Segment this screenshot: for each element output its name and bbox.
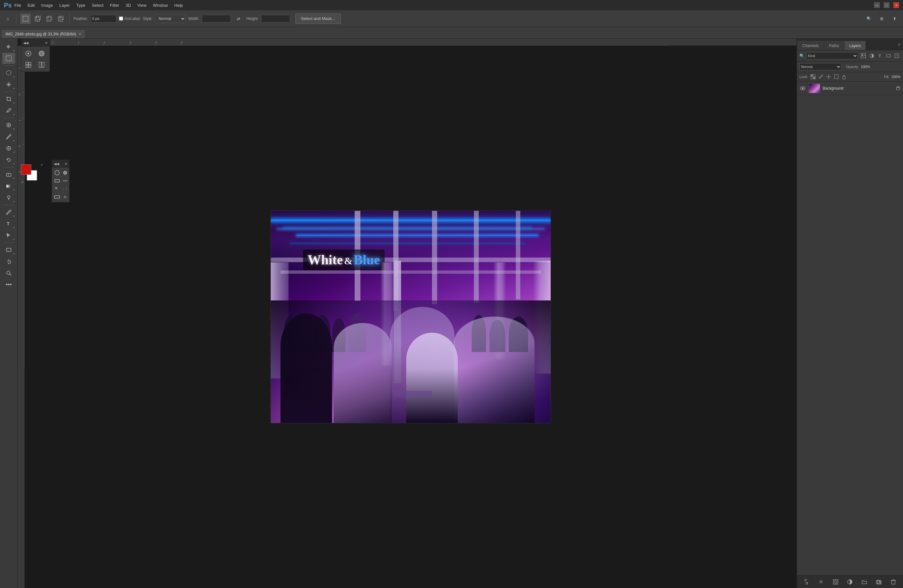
new-selection-button[interactable] (20, 14, 31, 24)
add-adjustment-button[interactable] (846, 578, 854, 586)
foreground-color-swatch[interactable] (21, 164, 31, 175)
menu-edit[interactable]: Edit (27, 3, 35, 8)
hand-tool[interactable] (2, 256, 15, 267)
grid-button[interactable] (22, 59, 34, 70)
select-mask-button[interactable]: Select and Mask... (295, 14, 341, 24)
default-colors-button[interactable]: ↺ (21, 181, 24, 184)
lock-image-icon[interactable] (818, 74, 824, 80)
swap-colors-button[interactable]: ↗ (40, 163, 43, 167)
home-button[interactable]: ⌂ (3, 14, 12, 23)
tab-paths[interactable]: Paths (824, 41, 844, 50)
tab-layers[interactable]: Layers (844, 41, 865, 50)
share-button[interactable]: ⬆ (889, 14, 900, 24)
feather-input[interactable] (91, 15, 116, 22)
add-selection-button[interactable] (33, 14, 42, 23)
filter-shape-icon[interactable] (885, 52, 892, 59)
style-select[interactable]: Normal Fixed Ratio Fixed Size (155, 14, 186, 23)
layout-button[interactable]: ⊞ (876, 14, 887, 24)
menu-filter[interactable]: Filter (110, 3, 119, 8)
spot-heal-tool[interactable]: ▸ (2, 119, 15, 130)
height-input[interactable] (261, 15, 290, 22)
menu-image[interactable]: Image (41, 3, 53, 8)
eraser-tool[interactable]: ▸ (2, 169, 15, 180)
mixer-button[interactable] (36, 48, 47, 59)
sp-tool2[interactable] (61, 169, 69, 177)
menu-window[interactable]: Window (153, 3, 168, 8)
add-mask-button[interactable] (831, 578, 840, 586)
filter-type-icon[interactable]: T (876, 52, 884, 59)
sp-tool3[interactable] (53, 177, 61, 185)
menu-view[interactable]: View (137, 3, 146, 8)
tab-channels[interactable]: Channels (798, 41, 824, 50)
new-layer-button[interactable] (875, 578, 883, 586)
close-button[interactable]: ✕ (894, 2, 899, 8)
anti-alias-checkbox[interactable] (119, 16, 123, 20)
document-tab[interactable]: IMG_2949~photo.jpg @ 33,3% (RGB/8#) ✕ (1, 29, 85, 38)
lock-transparent-icon[interactable] (810, 74, 816, 80)
sp-tool8[interactable]: fx (61, 193, 69, 201)
ruler-top: -1 0 1 2 3 4 5 (25, 39, 797, 46)
new-group-button[interactable] (860, 578, 868, 586)
kind-select[interactable]: Kind (806, 52, 858, 59)
minimize-button[interactable]: — (874, 2, 880, 8)
marquee-tool[interactable] (2, 53, 15, 64)
menu-select[interactable]: Select (92, 3, 104, 8)
eyedropper-tool[interactable]: ▸ (2, 105, 15, 116)
swap-dimensions-button[interactable]: ⇄ (233, 14, 244, 24)
close-floating-panel[interactable]: ✕ (45, 41, 48, 45)
lasso-tool[interactable]: ▸ (2, 68, 15, 78)
dodge-tool[interactable]: ▸ (2, 192, 15, 203)
rectangle-tool[interactable]: ▸ (2, 244, 15, 255)
layer-visibility-toggle[interactable] (799, 86, 806, 91)
width-input[interactable] (202, 15, 231, 22)
intersect-selection-button[interactable] (57, 14, 65, 23)
menu-layer[interactable]: Layer (59, 3, 70, 8)
search-button[interactable]: 🔍 (864, 14, 874, 24)
move-tool[interactable]: ✥ ▸ (2, 41, 15, 52)
gradient-tool[interactable]: ▸ (2, 181, 15, 192)
menu-3d[interactable]: 3D (126, 3, 131, 8)
delete-layer-button[interactable] (889, 578, 898, 586)
magic-wand-tool[interactable]: ▸ (2, 79, 15, 90)
menu-help[interactable]: Help (175, 3, 183, 8)
maximize-button[interactable]: □ (884, 2, 889, 8)
fx-button[interactable]: fx (817, 578, 825, 586)
pattern-button[interactable] (36, 59, 47, 70)
filter-adjustment-icon[interactable] (868, 52, 875, 59)
lock-all-icon[interactable] (841, 74, 847, 80)
tab-bar: IMG_2949~photo.jpg @ 33,3% (RGB/8#) ✕ (0, 27, 903, 39)
brush-tool[interactable]: ▸ (2, 131, 15, 142)
sp-tool6[interactable]: ⋮⋮ (61, 185, 69, 193)
sp-tool7[interactable] (53, 193, 61, 201)
lock-position-icon[interactable] (825, 74, 832, 80)
panel-menu-icon[interactable]: ≡ (898, 42, 903, 47)
filter-smart-icon[interactable] (894, 52, 900, 59)
sp-tool1[interactable] (53, 169, 61, 177)
type-tool[interactable]: T ▸ (2, 218, 15, 229)
menu-type[interactable]: Type (76, 3, 85, 8)
clone-tool[interactable]: ▸ (2, 143, 15, 154)
canvas-image[interactable]: White & Blue (271, 211, 551, 423)
history-tool[interactable]: ▸ (2, 154, 15, 165)
subtract-selection-button[interactable] (45, 14, 54, 23)
more-tools-button[interactable]: ••• (2, 279, 15, 290)
color-picker-button[interactable] (22, 48, 34, 59)
sp-tool4[interactable] (61, 177, 69, 185)
link-layers-button[interactable] (802, 578, 811, 586)
lock-artboard-icon[interactable] (833, 74, 840, 80)
filter-image-icon[interactable] (860, 52, 867, 59)
zoom-tool[interactable] (2, 267, 15, 278)
close-doc-button[interactable]: ✕ (79, 32, 81, 36)
blend-mode-select[interactable]: Normal Dissolve Multiply Screen Overlay (799, 63, 842, 70)
crop-tool[interactable]: ▸ (2, 93, 15, 104)
menu-file[interactable]: File (14, 3, 21, 8)
pen-tool[interactable]: ▸ (2, 207, 15, 218)
close-secondary-panel[interactable]: ✕ (64, 162, 68, 166)
layer-background[interactable]: Background (797, 82, 903, 95)
floating-panel-header[interactable]: ◀◀ ✕ (21, 39, 50, 47)
canvas-background[interactable]: White & Blue (25, 46, 797, 588)
path-select-tool[interactable]: ▸ (2, 230, 15, 241)
secondary-panel-header[interactable]: ◀◀ ✕ (52, 160, 69, 168)
tool-arrow16: ▸ (14, 252, 15, 255)
sp-tool5[interactable]: ❋ (53, 185, 59, 191)
